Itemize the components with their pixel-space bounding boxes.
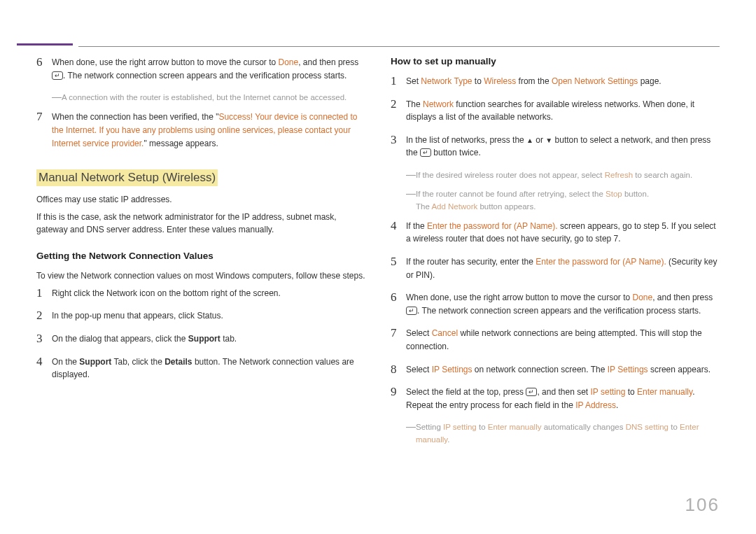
dash-icon: ― [406, 169, 416, 180]
step-number: 3 [391, 134, 406, 147]
text: automatically changes [541, 423, 625, 431]
done-label: Done [279, 57, 299, 67]
text: on network connection screen. The [472, 365, 608, 374]
text: In the pop-up menu that appears, click S… [52, 309, 223, 323]
enter-icon: ↵ [420, 148, 431, 157]
enter-icon: ↵ [406, 307, 417, 315]
ip-settings-label: IP Settings [608, 365, 648, 374]
text: On the dialog that appears, click the [52, 334, 188, 344]
ip-setting-label: IP setting [443, 423, 477, 431]
ip-settings-label: IP Settings [432, 365, 472, 374]
text: to search again. [633, 171, 692, 179]
text: to [472, 76, 484, 86]
password-prompt-label: Enter the password for (AP Name). [536, 257, 666, 267]
up-arrow-icon: ▲ [526, 136, 533, 144]
right-step-4: 4 If the Enter the password for (AP Name… [391, 220, 720, 246]
left-column: 6 When done, use the right arrow button … [36, 56, 365, 453]
text: If the desired wireless router does not … [416, 171, 605, 179]
step-number: 1 [391, 75, 406, 88]
text: . The network connection screen appears … [417, 306, 701, 316]
ip-setting-label: IP setting [591, 387, 626, 397]
text: . [616, 400, 618, 410]
step-number: 6 [36, 56, 52, 69]
text: screen appears. [648, 365, 710, 374]
text: Right click the Network icon on the bott… [52, 287, 281, 300]
enter-manually-label: Enter manually [637, 387, 692, 397]
enter-icon: ↵ [52, 71, 63, 80]
text: Tab, click the [111, 357, 164, 367]
text: or [533, 135, 545, 145]
step-number: 9 [391, 386, 406, 399]
left-g-step-2: 2 In the pop-up menu that appears, click… [36, 309, 365, 323]
step-number: 2 [391, 98, 406, 111]
ip-address-label: IP Address [575, 400, 616, 410]
right-step-8: 8 Select IP Settings on network connecti… [391, 363, 720, 377]
text: , and then press [652, 293, 713, 302]
dash-icon: ― [406, 188, 416, 199]
text: If the router cannot be found after retr… [416, 190, 606, 198]
wireless-label: Wireless [484, 76, 516, 86]
text: button appears. [477, 202, 536, 211]
text: When done, use the right arrow button to… [406, 293, 633, 302]
text: The [416, 202, 431, 211]
left-note-1: ― A connection with the router is establ… [52, 92, 365, 104]
text: button. [622, 190, 649, 198]
text: from the [516, 76, 552, 86]
section-title-highlight: Manual Network Setup (Wireless) [36, 169, 218, 186]
text: button twice. [431, 148, 481, 157]
text: , and then press [298, 57, 358, 67]
text: When done, use the right arrow button to… [52, 57, 279, 67]
done-label: Done [633, 293, 653, 302]
down-arrow-icon: ▼ [545, 136, 552, 144]
text: Select [406, 365, 432, 374]
step-number: 2 [36, 309, 52, 323]
right-note-1: ― If the desired wireless router does no… [406, 169, 720, 181]
subheading: Getting the Network Connection Values [36, 251, 365, 261]
left-step-7: 7 When the connection has been verified,… [36, 111, 365, 150]
network-type-label: Network Type [421, 76, 472, 86]
paragraph: If this is the case, ask the network adm… [36, 211, 365, 237]
paragraph: To view the Network connection values on… [36, 269, 365, 283]
text: Setting [416, 423, 443, 431]
dns-setting-label: DNS setting [626, 423, 668, 431]
right-note-3: ― Setting IP setting to Enter manually a… [406, 421, 720, 446]
dash-icon: ― [52, 92, 62, 102]
dash-icon: ― [406, 421, 416, 432]
step-number: 4 [391, 220, 406, 233]
page-number: 106 [685, 494, 720, 516]
right-column: How to set up manually 1 Set Network Typ… [391, 56, 720, 453]
text: If the router has security, enter the [406, 257, 536, 267]
right-step-7: 7 Select Cancel while network connection… [391, 327, 720, 353]
text: Select [406, 328, 432, 338]
cancel-label: Cancel [432, 328, 458, 338]
step-number: 1 [36, 287, 52, 300]
right-step-9: 9 Select the field at the top, press ↵, … [391, 386, 720, 412]
text: to [668, 423, 680, 431]
left-g-step-1: 1 Right click the Network icon on the bo… [36, 287, 365, 300]
step-number: 4 [36, 356, 52, 369]
text: In the list of networks, press the [406, 135, 526, 145]
accent-bar [17, 43, 73, 45]
right-note-2: ― If the router cannot be found after re… [406, 188, 720, 213]
text: When the connection has been verified, t… [52, 112, 218, 122]
left-step-6: 6 When done, use the right arrow button … [36, 56, 365, 82]
step-number: 3 [36, 332, 52, 346]
text: to [625, 387, 637, 397]
step-number: 6 [391, 291, 406, 304]
text: . The network connection screen appears … [63, 71, 346, 80]
text: Select the field at the top, press [406, 387, 526, 397]
enter-manually-label: Enter manually [488, 423, 542, 431]
subheading: How to set up manually [391, 56, 720, 66]
left-g-step-4: 4 On the Support Tab, click the Details … [36, 356, 365, 381]
right-step-3: 3 In the list of networks, press the ▲ o… [391, 134, 720, 160]
right-step-1: 1 Set Network Type to Wireless from the … [391, 75, 720, 88]
left-g-step-3: 3 On the dialog that appears, click the … [36, 332, 365, 346]
step-number: 7 [391, 327, 406, 340]
right-step-5: 5 If the router has security, enter the … [391, 255, 720, 281]
text: If the [406, 221, 427, 231]
step-number: 7 [36, 111, 52, 124]
step-number: 8 [391, 363, 406, 377]
text: The [406, 99, 423, 109]
text: page. [638, 76, 661, 86]
step-number: 5 [391, 255, 406, 269]
